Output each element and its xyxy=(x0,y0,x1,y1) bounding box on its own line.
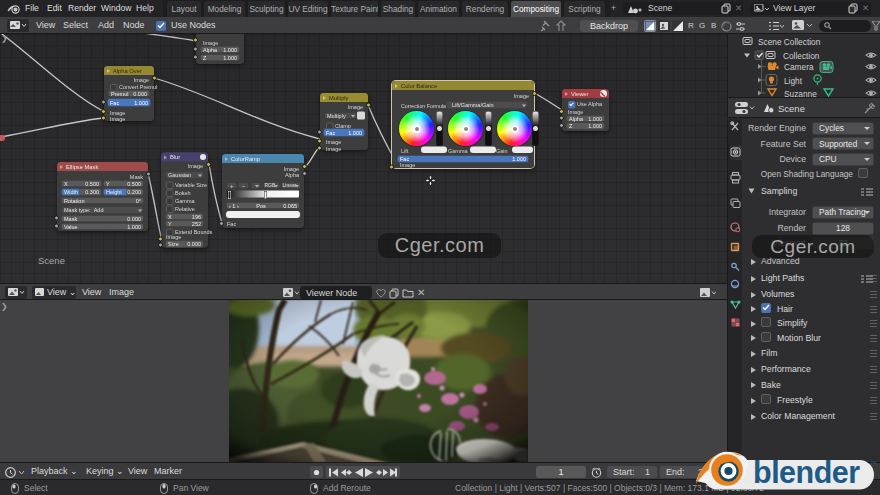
svg-text:™: ™ xyxy=(870,460,877,467)
svg-text:blender: blender xyxy=(753,455,860,489)
